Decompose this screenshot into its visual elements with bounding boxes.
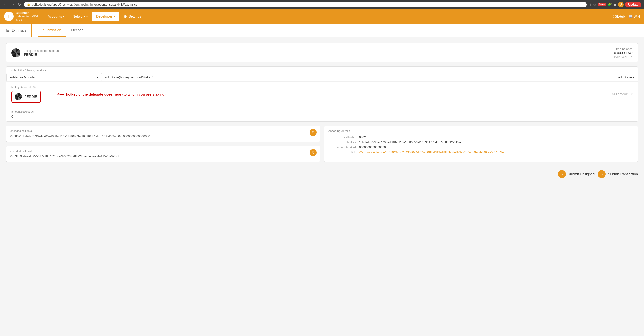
hotkey-name: FERDIE — [24, 95, 37, 99]
balance-label: free balance — [614, 47, 633, 51]
account-right: free balance 0.0000 TAO 5CiPPseXP... ▾ — [614, 47, 633, 58]
url-text: polkadot.js.org/apps/?rpc=wss://entrypoi… — [32, 3, 137, 6]
balance-address: 5CiPPseXP... ▾ — [614, 55, 633, 58]
detail-amountstaked-label: amountstaked — [328, 146, 356, 149]
forward-button[interactable]: → — [10, 2, 16, 7]
sub-header: ⊞ Extrinsics Submission Decode — [0, 24, 644, 37]
chevron-down-icon: ▾ — [631, 55, 633, 58]
developer-chevron: ▾ — [114, 15, 115, 18]
account-avatar — [11, 48, 20, 57]
browser-nav-buttons: ← → ↻ — [3, 2, 22, 7]
network-chevron: ▾ — [86, 15, 88, 18]
encoded-grid: encoded call data 0x08021cbd2d43530a4470… — [6, 126, 638, 162]
hotkey-annotation: <— hotkey of the delegate goes here (to … — [57, 92, 166, 97]
module-select[interactable]: subtensorModule ▾ — [6, 73, 102, 81]
header-right: ⑆ GitHub 📖 Wiki — [612, 15, 640, 18]
encoding-details-title: encoding details — [328, 129, 634, 133]
call-chevron: ▾ — [633, 75, 635, 79]
copy-call-hash-button[interactable]: ⧉ — [310, 149, 317, 156]
browser-actions: ⬆ ☆ Sites 🧩 ▣ J Update — [589, 2, 641, 7]
nav-accounts[interactable]: Accounts ▾ — [44, 12, 68, 21]
address-bar[interactable]: 🔒 polkadot.js.org/apps/?rpc=wss://entryp… — [24, 2, 587, 7]
app-header: T Bittensor node-subtensor/107 #6,292 Ac… — [0, 9, 644, 24]
app-logo: T — [4, 12, 14, 21]
module-row: submit the following extrinsic subtensor… — [6, 67, 638, 82]
hotkey-field-label: hotkey: AccountId32 — [11, 86, 41, 89]
browser-chrome: ← → ↻ 🔒 polkadot.js.org/apps/?rpc=wss://… — [0, 0, 644, 9]
app-name: Bittensor — [16, 11, 38, 15]
detail-link-value[interactable]: #/extrinsics/decode/0x08021cbd2d43530a44… — [359, 151, 506, 154]
encoding-details-box: encoding details callindex 0802 hotkey 1… — [324, 126, 638, 162]
detail-callindex-label: callindex — [328, 136, 356, 139]
share-icon[interactable]: ⬆ — [589, 3, 592, 7]
section-title: ⊞ Extrinsics — [6, 24, 32, 37]
submit-unsigned-label: Submit Unsigned — [568, 172, 595, 176]
detail-amountstaked-value: 0000000000000000 — [359, 146, 386, 149]
submit-transaction-label: Submit Transaction — [608, 172, 638, 176]
hotkey-content: hotkey: AccountId32 FERDIE <— hotkey of … — [11, 86, 612, 103]
update-button[interactable]: Update — [625, 2, 641, 7]
encoded-left: encoded call data 0x08021cbd2d43530a4470… — [6, 126, 320, 162]
submit-unsigned-icon: → — [558, 170, 566, 178]
hotkey-address: 5CiPPseXP... ▾ — [612, 92, 633, 96]
back-button[interactable]: ← — [3, 2, 9, 7]
star-icon[interactable]: ☆ — [593, 3, 596, 7]
detail-link-label: link — [328, 151, 356, 154]
extrinsic-section-label: submit the following extrinsic — [6, 67, 638, 73]
main-nav: Accounts ▾ Network ▾ Developer ▾ ⚙ Setti… — [44, 12, 145, 21]
detail-hotkey-value: 1cbd2d43530a44705ad088af313e18f80b53ef16… — [359, 141, 462, 144]
actions-row: → Submit Unsigned → Submit Transaction — [6, 166, 638, 182]
puzzle-icon[interactable]: 🧩 — [607, 3, 612, 7]
amount-value: 0 — [11, 115, 633, 118]
submit-transaction-icon: → — [598, 170, 606, 178]
account-section: using the selected account FERDIE free b… — [6, 43, 638, 62]
accounts-chevron: ▾ — [63, 15, 64, 18]
detail-hotkey: hotkey 1cbd2d43530a44705ad088af313e18f80… — [328, 141, 634, 144]
app-info: Bittensor node-subtensor/107 #6,292 — [16, 11, 38, 22]
arrow-left-icon: <— — [57, 92, 64, 97]
amount-label: amountStaked: u64 — [11, 110, 633, 113]
detail-link: link #/extrinsics/decode/0x08021cbd2d435… — [328, 151, 634, 154]
detail-callindex-value: 0802 — [359, 136, 366, 139]
detail-hotkey-label: hotkey — [328, 141, 356, 144]
nav-settings[interactable]: ⚙ Settings — [120, 12, 145, 21]
tab-decode[interactable]: Decode — [66, 24, 88, 37]
nav-developer[interactable]: Developer ▾ — [92, 12, 119, 21]
account-left: using the selected account FERDIE — [11, 48, 60, 57]
account-details: using the selected account FERDIE — [24, 49, 60, 57]
profile-icon[interactable]: J — [618, 2, 624, 7]
call-select[interactable]: addStake(hotkey, amountStaked) addStake … — [102, 73, 638, 81]
lock-icon: 🔒 — [27, 3, 30, 6]
sidebar-icon[interactable]: ▣ — [613, 3, 617, 7]
hotkey-input-box[interactable]: FERDIE — [11, 91, 41, 103]
encoded-call-hash-label: encoded call hash — [10, 150, 316, 153]
main-content: using the selected account FERDIE free b… — [0, 37, 644, 188]
module-chevron: ▾ — [97, 75, 99, 79]
submit-unsigned-button[interactable]: → Submit Unsigned — [558, 170, 595, 178]
module-call-row: subtensorModule ▾ addStake(hotkey, amoun… — [6, 73, 638, 81]
nav-network[interactable]: Network ▾ — [69, 12, 91, 21]
wiki-link[interactable]: 📖 Wiki — [629, 15, 640, 18]
tab-submission[interactable]: Submission — [38, 24, 66, 37]
call-short: addStake — [618, 75, 632, 79]
hotkey-inner-wrap: hotkey: AccountId32 FERDIE — [11, 86, 41, 103]
sites-icon: Sites — [598, 3, 606, 6]
reload-button[interactable]: ↻ — [17, 2, 22, 7]
github-link[interactable]: ⑆ GitHub — [612, 15, 625, 18]
github-icon: ⑆ — [612, 15, 614, 18]
node-info: node-subtensor/107 #6,292 — [16, 15, 38, 22]
encoded-call-data-label: encoded call data — [10, 129, 316, 132]
encoded-call-hash-box: encoded call hash 0x83ff59cdaaafd2556877… — [6, 146, 320, 162]
copy-call-data-button[interactable]: ⧉ — [310, 129, 317, 136]
encoded-call-data-value: 0x08021cbd2d43530a44705ad088af313e18f80b… — [10, 135, 316, 138]
detail-amountstaked: amountstaked 0000000000000000 — [328, 146, 634, 149]
submit-transaction-button[interactable]: → Submit Transaction — [598, 170, 638, 178]
balance-value: 0.0000 TAO — [614, 51, 633, 55]
extrinsics-icon: ⊞ — [6, 28, 9, 33]
account-name: FERDIE — [24, 53, 60, 57]
amount-section: amountStaked: u64 0 — [6, 107, 638, 121]
hotkey-section: hotkey: AccountId32 FERDIE <— hotkey of … — [6, 82, 638, 107]
encoded-call-data-box: encoded call data 0x08021cbd2d43530a4470… — [6, 126, 320, 142]
hotkey-chevron: ▾ — [631, 92, 633, 96]
wiki-icon: 📖 — [629, 15, 633, 18]
